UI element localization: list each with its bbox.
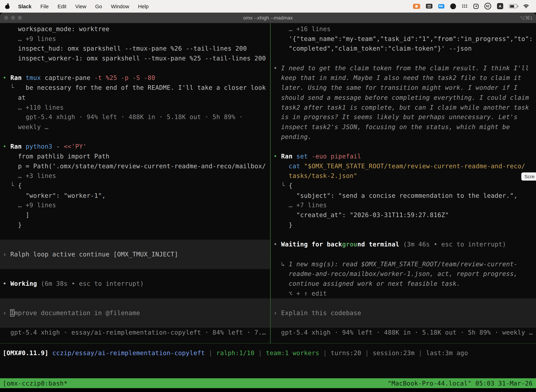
text-segment: set [296, 153, 312, 160]
text-segment: … +3 lines [3, 172, 56, 179]
terminal-line: weekly … [0, 122, 270, 132]
terminal-line: … +7 lines [271, 201, 536, 210]
thinking-line: should send a message before completing … [271, 93, 536, 103]
terminal-line[interactable] [0, 240, 270, 250]
text-segment: workspace_mode: worktree [3, 25, 110, 33]
terminal-line: … +9 lines [0, 34, 270, 44]
tmux-status-bar: [omx-cczip0:bash* "MacBook-Pro-44.local"… [0, 378, 536, 388]
terminal-line[interactable] [271, 318, 536, 328]
screen: Slack File Edit View Go Window Help 61 A [0, 0, 536, 392]
thinking-line: is in progress? It seems likely but perh… [271, 112, 536, 122]
thinking-line: keep that in mind. Maybe I also need the… [271, 73, 536, 83]
new-message-line: continue assigned work or next feasible … [271, 279, 536, 289]
text-segment: Waiting for back [281, 241, 342, 248]
window-title-bar[interactable]: omx --xhigh --madmax ⌥⌘1 [0, 13, 536, 23]
text-segment: Working [10, 280, 41, 287]
text-segment: Ran [10, 74, 26, 81]
terminal-line: inspect_worker-1: omx sparkshell --tmux-… [0, 54, 270, 63]
terminal-line: gpt-5.4 xhigh · 94% left · 488K in · 5.1… [0, 112, 270, 122]
terminal-line: tasks/task-2.json" [271, 171, 536, 181]
apple-menu-icon[interactable] [5, 3, 10, 9]
password-manager-icon[interactable] [474, 4, 479, 9]
model-status-line: gpt-5.4 xhigh · essay/ai-reimplementatio… [0, 328, 270, 338]
text-segment: last:3m ago [426, 349, 468, 356]
docker-icon[interactable] [438, 4, 444, 8]
model-status-line: gpt-5.4 xhigh · 94% left · 488K in · 5.1… [271, 328, 536, 338]
window-title: omx --xhigh --madmax [243, 15, 293, 21]
ran-command-line: • Ran python3 - <<'PY' [0, 142, 270, 152]
text-segment: } [3, 221, 22, 228]
text-segment: … +9 lines [3, 35, 56, 42]
menu-help[interactable]: Help [138, 3, 148, 9]
text-segment: cat [273, 163, 304, 170]
terminal-line: } [0, 220, 270, 230]
text-segment: from pathlib import Path [3, 153, 110, 160]
menu-file[interactable]: File [40, 3, 49, 9]
text-segment: › Explain this codebase [273, 309, 361, 317]
text-segment: pending. [273, 133, 312, 140]
text-segment: › [3, 309, 10, 317]
prompt-input-line[interactable]: › Explain this codebase [271, 308, 536, 318]
text-segment: gpt-5.4 xhigh · 94% left · 488K in · 5.1… [3, 113, 243, 121]
zoom-button[interactable] [18, 16, 22, 20]
right-terminal-pane[interactable]: … +16 lines '{"team_name":"my-team","tas… [271, 23, 536, 343]
text-segment: … +9 lines [3, 202, 56, 209]
left-terminal-pane[interactable]: workspace_mode: worktree … +9 lines insp… [0, 23, 270, 343]
window-shortcut-hint: ⌥⌘1 [520, 13, 533, 23]
edit-hint-line: ⌥ + ↑ edit [271, 289, 536, 299]
menu-go[interactable]: Go [95, 3, 102, 9]
menu-app-name[interactable]: Slack [18, 3, 31, 9]
terminal-line [0, 269, 270, 279]
github-icon[interactable] [450, 3, 456, 9]
terminal-line[interactable] [0, 299, 270, 308]
terminal-line[interactable] [271, 299, 536, 308]
input-source-icon[interactable]: A [497, 3, 503, 9]
text-segment: task2 after task1 is complete, but can I… [273, 104, 529, 111]
text-segment: └ [3, 84, 26, 91]
minimize-button[interactable] [11, 16, 15, 20]
thinking-line: inspect task2's JSON, focusing on the st… [271, 122, 536, 132]
terminal-line[interactable] [0, 259, 270, 269]
close-button[interactable] [4, 16, 8, 20]
battery-percent-badge-icon[interactable]: 61 [484, 3, 491, 10]
text-segment: gpt-5.4 xhigh · essay/ai-reimplementatio… [3, 329, 266, 336]
wifi-icon[interactable] [523, 4, 529, 8]
queued-message-line[interactable]: › Ralph loop active continue [OMX_TMUX_I… [0, 250, 270, 259]
thinking-line: task2 after task1 is complete, but can I… [271, 103, 536, 112]
text-segment: { [289, 182, 293, 189]
text-segment: -euo pipefail [312, 153, 361, 160]
text-segment: • [273, 65, 281, 72]
text-segment: I need to get the claim token from the c… [281, 65, 529, 72]
text-segment: turns:20 [331, 349, 365, 356]
prompt-input-line[interactable]: › Improve documentation in @filename [0, 308, 270, 318]
text-segment: { [18, 182, 22, 189]
keyboard-icon[interactable] [426, 4, 432, 9]
menu-edit[interactable]: Edit [57, 3, 66, 9]
screenshot-button-overlay[interactable]: Scre [522, 173, 536, 181]
text-segment: inspect_hud: omx sparkshell --tmux-pane … [3, 45, 247, 52]
terminal-line: cat "$OMX_TEAM_STATE_ROOT/team/review-cu… [271, 161, 536, 171]
menu-window[interactable]: Window [111, 3, 129, 9]
text-segment: <<'PY' [64, 143, 87, 150]
text-segment: └ [273, 182, 289, 189]
menu-view[interactable]: View [75, 3, 86, 9]
text-segment: session:23m [373, 349, 418, 356]
text-segment: └ [3, 182, 18, 189]
text-segment: keep that in mind. Maybe I also need the… [273, 74, 522, 81]
text-segment: mprove documentation in @filename [14, 309, 140, 317]
screen-recording-indicator-icon[interactable] [413, 4, 420, 9]
text-segment: | [258, 349, 266, 356]
text-segment: ] [3, 211, 29, 219]
tmux-panes: workspace_mode: worktree … +9 lines insp… [0, 23, 536, 343]
terminal-line: } [271, 220, 536, 230]
input-source-letter: A [499, 4, 501, 8]
text-segment: › [3, 250, 10, 258]
battery-icon[interactable] [509, 4, 517, 8]
terminal-line [271, 142, 536, 152]
terminal-line: … +3 lines [0, 171, 270, 181]
terminal-line [0, 289, 270, 299]
terminal-line[interactable] [0, 318, 270, 328]
text-segment: later. Using the same for transition mig… [273, 84, 517, 91]
app-grid-icon[interactable] [462, 4, 468, 8]
thinking-line: later. Using the same for transition mig… [271, 83, 536, 93]
